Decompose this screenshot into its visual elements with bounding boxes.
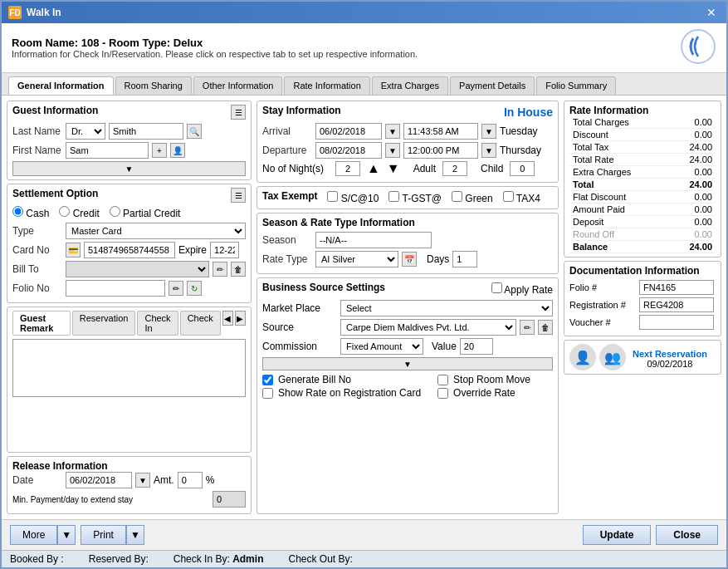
arrival-date-btn[interactable]: ▼: [385, 124, 400, 139]
svg-point-0: [682, 30, 715, 63]
inner-tab-check[interactable]: Check: [180, 311, 221, 336]
green-checkbox[interactable]: [452, 191, 462, 202]
apply-rate-checkbox[interactable]: [491, 282, 502, 293]
partial-credit-radio[interactable]: [110, 206, 120, 217]
arrival-time-input[interactable]: [403, 123, 478, 140]
season-input[interactable]: [315, 232, 432, 248]
guest-info-icon-btn[interactable]: ☰: [231, 105, 246, 120]
credit-radio-label[interactable]: Credit: [59, 206, 99, 219]
more-button[interactable]: More: [10, 525, 57, 545]
sc10-label[interactable]: S/C@10: [327, 191, 379, 204]
stay-info-title: Stay Information: [262, 105, 341, 116]
departure-time-btn[interactable]: ▼: [481, 143, 496, 158]
sc10-checkbox[interactable]: [327, 191, 338, 202]
folio-no-input[interactable]: [66, 280, 165, 297]
expand-business-btn[interactable]: ▼: [262, 357, 553, 370]
tgst-label[interactable]: T-GST@: [388, 191, 442, 204]
days-input[interactable]: [452, 251, 477, 267]
business-source-title: Business Source Settings: [262, 282, 385, 293]
departure-date-btn[interactable]: ▼: [385, 143, 400, 158]
release-date-input[interactable]: [66, 472, 132, 488]
total-label: Total: [569, 179, 670, 191]
show-rate-checkbox[interactable]: [262, 388, 273, 399]
main-window: FD Walk In ✕ Room Name: 108 - Room Type:…: [0, 0, 728, 569]
close-button[interactable]: Close: [656, 525, 718, 545]
first-name-edit-btn[interactable]: 👤: [170, 143, 185, 158]
last-name-search-btn[interactable]: 🔍: [187, 124, 202, 139]
print-dropdown-btn[interactable]: ▼: [126, 525, 144, 545]
rate-type-select[interactable]: AI Silver: [315, 251, 398, 267]
tab-other-information[interactable]: Other Information: [193, 76, 283, 95]
expand-guest-btn[interactable]: ▼: [12, 161, 246, 176]
card-icon-btn[interactable]: 💳: [66, 243, 81, 258]
adult-input[interactable]: [442, 161, 467, 176]
prefix-select[interactable]: Dr.Mr.Mrs.Ms.: [66, 123, 105, 140]
last-name-input[interactable]: [109, 123, 183, 140]
value-input[interactable]: [460, 338, 493, 355]
voucher-input[interactable]: [639, 315, 714, 330]
print-button[interactable]: Print: [81, 525, 126, 545]
table-row: Total Charges0.00: [569, 116, 716, 129]
partial-credit-radio-label[interactable]: Partial Credit: [110, 206, 181, 219]
release-amt-label: Amt.: [154, 474, 174, 486]
bill-edit-btn[interactable]: ✏: [213, 262, 227, 277]
tab-general-information[interactable]: General Information: [8, 76, 114, 95]
close-window-button[interactable]: ✕: [703, 6, 720, 19]
first-name-add-btn[interactable]: +: [152, 143, 167, 158]
departure-date-input[interactable]: [315, 142, 382, 159]
departure-time-input[interactable]: [403, 142, 478, 159]
update-button[interactable]: Update: [583, 525, 652, 545]
inner-tab-prev-btn[interactable]: ◀: [222, 311, 233, 326]
inner-tab-guest-remark[interactable]: Guest Remark: [12, 311, 71, 336]
bill-to-select[interactable]: [66, 261, 209, 277]
market-place-select[interactable]: Select: [340, 300, 553, 316]
green-label[interactable]: Green: [452, 191, 493, 204]
card-no-input[interactable]: [84, 242, 175, 258]
tax4-label[interactable]: TAX4: [503, 191, 540, 204]
tab-payment-details[interactable]: Payment Details: [450, 76, 535, 95]
source-edit-btn[interactable]: ✏: [520, 320, 535, 335]
bill-delete-btn[interactable]: 🗑: [231, 262, 246, 277]
cash-radio[interactable]: [12, 206, 23, 217]
folio-input[interactable]: [639, 280, 714, 295]
stop-room-move-checkbox[interactable]: [437, 375, 448, 385]
arrival-date-input[interactable]: [315, 123, 382, 140]
child-input[interactable]: [510, 161, 535, 176]
guest-remark-textarea[interactable]: [12, 339, 246, 397]
source-select[interactable]: Carpe Diem Maldives Pvt. Ltd.: [340, 319, 516, 336]
first-name-input[interactable]: [66, 142, 149, 159]
type-select[interactable]: Master CardVisaCash: [66, 223, 246, 239]
min-payment-input[interactable]: [213, 491, 246, 508]
credit-radio[interactable]: [59, 206, 70, 217]
nights-input[interactable]: [335, 161, 360, 176]
expire-input[interactable]: [210, 242, 239, 258]
folio-edit-btn[interactable]: ✏: [169, 281, 183, 296]
more-dropdown-btn[interactable]: ▼: [57, 525, 76, 545]
cash-radio-label[interactable]: Cash: [12, 206, 49, 219]
tab-room-sharing[interactable]: Room Sharing: [115, 76, 192, 95]
override-rate-checkbox[interactable]: [437, 388, 448, 399]
inner-tab-reservation[interactable]: Reservation: [72, 311, 136, 336]
nights-down-btn[interactable]: ▼: [387, 161, 400, 176]
apply-rate-label[interactable]: Apply Rate: [491, 282, 553, 296]
tab-rate-information[interactable]: Rate Information: [284, 76, 369, 95]
tax4-checkbox[interactable]: [503, 191, 514, 202]
folio-refresh-btn[interactable]: ↻: [187, 281, 202, 296]
inner-tab-next-btn[interactable]: ▶: [235, 311, 246, 326]
nights-up-btn[interactable]: ▲: [367, 161, 380, 176]
tab-extra-charges[interactable]: Extra Charges: [372, 76, 448, 95]
commission-select[interactable]: Fixed Amount: [340, 338, 423, 355]
generate-bill-checkbox[interactable]: [262, 375, 273, 385]
check-out-by: Check Out By:: [288, 553, 352, 565]
arrival-time-btn[interactable]: ▼: [481, 124, 496, 139]
reg-input[interactable]: [639, 297, 714, 312]
status-bar: Booked By : Reserved By: Check In By: Ad…: [2, 550, 726, 567]
source-delete-btn[interactable]: 🗑: [538, 320, 553, 335]
release-amt-input[interactable]: [178, 472, 203, 488]
settlement-icon-btn[interactable]: ☰: [231, 188, 246, 203]
release-date-dropdown-btn[interactable]: ▼: [135, 473, 150, 488]
inner-tab-check-in[interactable]: Check In: [137, 311, 178, 336]
tab-folio-summary[interactable]: Folio Summary: [536, 76, 616, 95]
tgst-checkbox[interactable]: [388, 191, 399, 202]
rate-type-calendar-btn[interactable]: 📅: [402, 252, 417, 267]
